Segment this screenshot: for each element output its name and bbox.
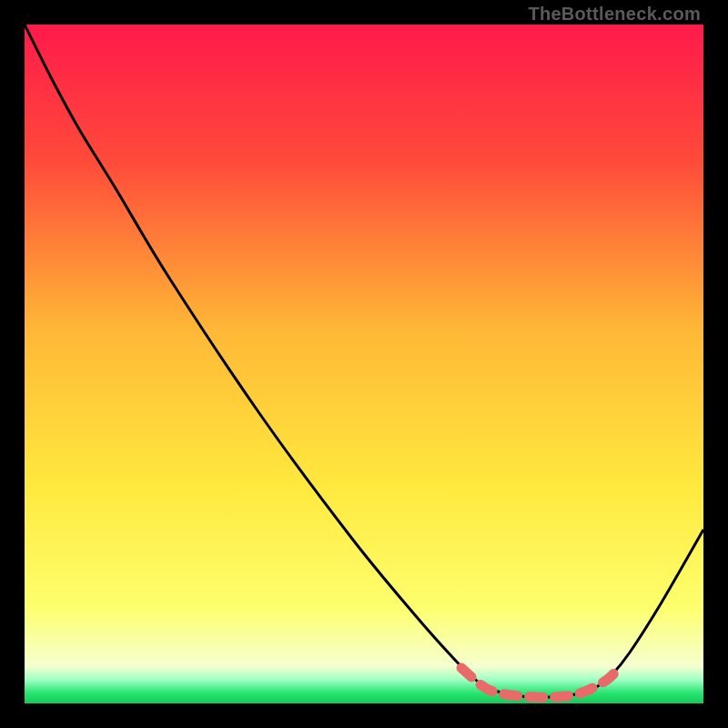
watermark-text: TheBottleneck.com	[528, 4, 701, 25]
chart-svg	[25, 25, 703, 703]
chart-background	[25, 25, 703, 703]
chart-area	[25, 25, 703, 703]
